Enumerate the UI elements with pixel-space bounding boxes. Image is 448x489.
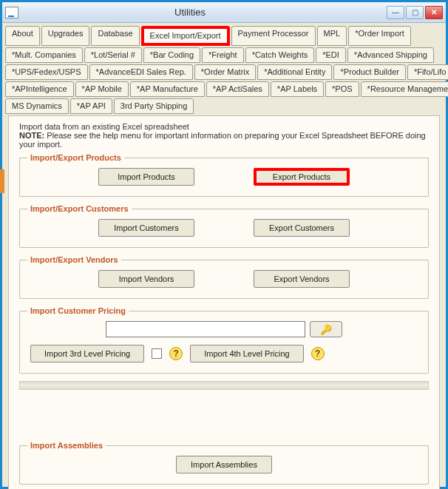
tab-database[interactable]: Database xyxy=(91,26,139,46)
tab-order-matrix[interactable]: *Order Matrix xyxy=(194,64,256,80)
close-button[interactable]: ✕ xyxy=(425,6,443,19)
import-vendors-button[interactable]: Import Vendors xyxy=(98,270,194,288)
key-icon: 🔑 xyxy=(320,324,332,335)
group-pricing: Import Customer Pricing 🔑 Import 3rd Lev… xyxy=(19,306,429,374)
tab-advanceedi-sales-rep[interactable]: *AdvanceEDI Sales Rep. xyxy=(89,64,193,80)
group-products: Import/Export Products Import Products E… xyxy=(19,153,429,197)
tab-about[interactable]: About xyxy=(5,26,40,46)
tab-strip: About Upgrades Database Excel Import/Exp… xyxy=(2,23,446,114)
tab-advanced-shipping[interactable]: *Advanced Shipping xyxy=(347,47,434,63)
tab-excel-import-export[interactable]: Excel Import/Export xyxy=(141,26,230,46)
tab-order-import[interactable]: *Order Import xyxy=(348,26,411,46)
tab-upgrades[interactable]: Upgrades xyxy=(41,26,90,46)
group-vendors: Import/Export Vendors Import Vendors Exp… xyxy=(19,255,429,299)
export-customers-button[interactable]: Export Customers xyxy=(254,219,350,237)
tab-pos[interactable]: *POS xyxy=(325,81,359,97)
tab-resource-management[interactable]: *Resource Management xyxy=(361,81,448,97)
tab-additional-entity[interactable]: *Additional Entity xyxy=(257,64,332,80)
browse-button[interactable]: 🔑 xyxy=(310,321,342,337)
export-vendors-button[interactable]: Export Vendors xyxy=(254,270,350,288)
tab-ap-api[interactable]: *AP API xyxy=(70,98,112,114)
note-text: Please see the help menu for important i… xyxy=(19,131,426,149)
export-products-button[interactable]: Export Products xyxy=(254,168,350,186)
pricing-checkbox[interactable] xyxy=(152,348,162,359)
group-customers: Import/Export Customers Import Customers… xyxy=(19,204,429,248)
app-icon xyxy=(5,7,18,18)
tab-bar-coding[interactable]: *Bar Coding xyxy=(143,47,200,63)
help-icon-1[interactable]: ? xyxy=(169,347,183,360)
tab-ap-intelligence[interactable]: *APIntelligence xyxy=(5,81,74,97)
tab-ap-labels[interactable]: *AP Labels xyxy=(271,81,324,97)
intro-line1: Import data from an existing Excel sprea… xyxy=(19,122,429,131)
legend-assemblies: Import Assemblies xyxy=(27,441,106,450)
tab-edi[interactable]: *EDI xyxy=(316,47,346,63)
tab-ap-actisales[interactable]: *AP ActiSales xyxy=(206,81,269,97)
tab-mult-companies[interactable]: *Mult. Companies xyxy=(5,47,83,63)
pricing-file-input[interactable] xyxy=(106,321,305,337)
legend-customers: Import/Export Customers xyxy=(27,204,132,213)
minimize-button[interactable]: — xyxy=(387,6,404,19)
tab-product-builder[interactable]: *Product Builder xyxy=(333,64,406,80)
tab-lot-serial[interactable]: *Lot/Serial # xyxy=(84,47,142,63)
tab-ap-manufacture[interactable]: *AP Manufacture xyxy=(130,81,205,97)
window-title: Utilities xyxy=(0,7,387,18)
maximize-button[interactable]: ▢ xyxy=(406,6,424,19)
import-products-button[interactable]: Import Products xyxy=(98,168,194,186)
progress-strip xyxy=(19,381,429,390)
tab-ap-mobile[interactable]: *AP Mobile xyxy=(75,81,129,97)
tab-payment-processor[interactable]: Payment Processor xyxy=(231,26,316,46)
content-pane: Import data from an existing Excel sprea… xyxy=(8,115,440,489)
help-icon-2[interactable]: ? xyxy=(311,347,325,360)
tab-mpl[interactable]: MPL xyxy=(317,26,347,46)
legend-products: Import/Export Products xyxy=(27,153,124,162)
tab-catch-weights[interactable]: *Catch Weights xyxy=(245,47,315,63)
tab-fifo-lifo[interactable]: *Fifo/Lifo xyxy=(407,64,448,80)
tab-freight[interactable]: *Freight xyxy=(202,47,244,63)
legend-pricing: Import Customer Pricing xyxy=(27,306,129,315)
legend-vendors: Import/Export Vendors xyxy=(27,255,121,264)
tab-ups-fedex-usps[interactable]: *UPS/Fedex/USPS xyxy=(5,64,88,80)
title-bar: Utilities — ▢ ✕ xyxy=(2,2,446,23)
import-assemblies-button[interactable]: Import Assemblies xyxy=(176,456,272,473)
intro-text: Import data from an existing Excel sprea… xyxy=(19,122,429,149)
import-customers-button[interactable]: Import Customers xyxy=(98,219,194,237)
side-handle xyxy=(0,169,4,193)
group-assemblies: Import Assemblies Import Assemblies xyxy=(19,441,429,485)
import-4th-level-pricing-button[interactable]: Import 4th Level Pricing xyxy=(190,345,304,362)
import-3rd-level-pricing-button[interactable]: Import 3rd Level Pricing xyxy=(30,345,144,362)
tab-3rd-party-shipping[interactable]: 3rd Party Shipping xyxy=(114,98,194,114)
note-label: NOTE: xyxy=(19,131,44,140)
tab-ms-dynamics[interactable]: MS Dynamics xyxy=(5,98,69,114)
